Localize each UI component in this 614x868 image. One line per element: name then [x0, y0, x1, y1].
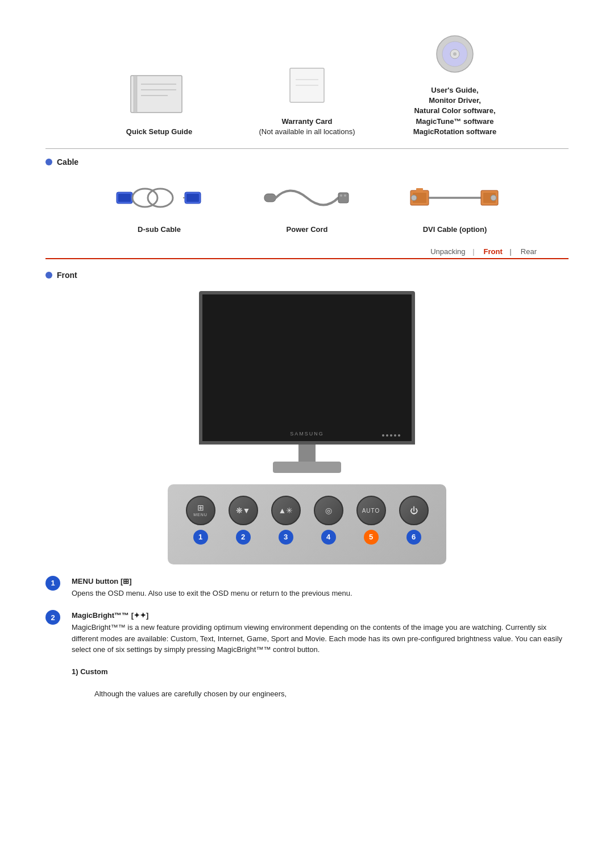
desc-term-1: MENU button [⊞]	[72, 577, 569, 585]
btn-num-1: 1	[193, 530, 208, 545]
desc-item-1: 1 MENU button [⊞] Opens the OSD menu. Al…	[45, 576, 569, 599]
power-button[interactable]: ⏻	[399, 496, 429, 525]
desc-def-2: MagicBright™™ is a new feature providing…	[72, 622, 569, 700]
front-section: Front SAMSUNG	[45, 271, 569, 564]
power-cord-label: Power Cord	[287, 225, 328, 234]
dsub-cable-label: D-sub Cable	[138, 225, 181, 234]
svg-point-15	[148, 189, 173, 207]
power-cord-item: Power Cord	[250, 175, 364, 234]
desc-content-1: MENU button [⊞] Opens the OSD menu. Also…	[72, 576, 569, 599]
magicbright-button[interactable]: ❋▼	[229, 496, 258, 525]
button-panel: ⊞ MENU 1 ❋▼ 2 ▲✳ 3	[168, 484, 446, 564]
dvi-cable-label: DVI Cable (option)	[423, 225, 487, 234]
monitor-dots	[382, 434, 400, 437]
svg-point-23	[344, 194, 346, 197]
dvi-cable-icon	[409, 175, 500, 221]
svg-point-22	[340, 194, 342, 197]
monitor-screen: SAMSUNG	[199, 291, 415, 445]
cable-section-title: Cable	[45, 157, 569, 167]
front-bullet	[45, 272, 52, 279]
dot-5	[398, 434, 400, 437]
cable-section: Cable	[45, 157, 569, 234]
item-warranty-card: Warranty Card (Not available in all loca…	[250, 60, 364, 137]
input-icon: ◎	[325, 506, 332, 514]
quick-setup-guide-icon	[125, 70, 193, 121]
ctrl-btn-2: ❋▼ 2	[229, 496, 258, 545]
menu-button[interactable]: ⊞ MENU	[186, 496, 215, 525]
button-row: ⊞ MENU 1 ❋▼ 2 ▲✳ 3	[179, 496, 435, 545]
ctrl-btn-4: ◎ 4	[314, 496, 343, 545]
dsub-cable-item: D-sub Cable	[102, 175, 216, 234]
dot-2	[386, 434, 388, 437]
top-items-row: Quick Setup Guide Warranty Card (Not ava…	[45, 17, 569, 143]
dot-1	[382, 434, 384, 437]
monitor-illustration: SAMSUNG	[188, 291, 426, 473]
cable-bullet	[45, 159, 52, 165]
svg-point-11	[453, 52, 457, 56]
power-cord-icon	[262, 175, 352, 221]
auto-button[interactable]: AUTO	[356, 496, 386, 525]
desc-item-2: 2 MagicBright™™ [✦✦] MagicBright™™ is a …	[45, 610, 569, 700]
desc-num-1: 1	[45, 576, 60, 591]
monitor-brand: SAMSUNG	[290, 431, 324, 437]
ctrl-btn-5: AUTO 5	[356, 496, 386, 545]
dot-3	[390, 434, 392, 437]
front-section-title: Front	[45, 271, 569, 280]
item-quick-setup-guide: Quick Setup Guide	[102, 70, 216, 137]
top-divider	[45, 148, 569, 149]
btn-num-6: 6	[406, 530, 421, 545]
svg-rect-1	[134, 76, 137, 113]
svg-rect-0	[131, 76, 182, 113]
magicbright-icon: ❋▼	[236, 506, 251, 514]
desc-num-2: 2	[45, 610, 60, 625]
auto-label: AUTO	[362, 508, 380, 514]
svg-rect-21	[338, 193, 349, 203]
dvi-cable-item: DVI Cable (option)	[398, 175, 512, 234]
cd-software-icon	[426, 28, 483, 80]
svg-rect-26	[416, 188, 423, 193]
brightness-button[interactable]: ▲✳	[271, 496, 301, 525]
desc-term-2: MagicBright™™ [✦✦]	[72, 611, 569, 620]
ctrl-btn-3: ▲✳ 3	[271, 496, 301, 545]
monitor-base	[273, 462, 341, 473]
brightness-icon: ▲✳	[279, 506, 293, 514]
desc-def-1: Opens the OSD menu. Also use to exit the…	[72, 588, 569, 599]
cd-software-label: User's Guide, Monitor Driver, Natural Co…	[413, 85, 497, 137]
dsub-cable-icon	[114, 175, 205, 221]
warranty-card-icon	[279, 60, 335, 111]
btn-num-2: 2	[236, 530, 251, 545]
monitor-neck	[298, 445, 316, 462]
warranty-card-label: Warranty Card (Not available in all loca…	[259, 117, 355, 137]
btn-num-3: 3	[279, 530, 293, 545]
svg-rect-20	[264, 194, 276, 202]
desc-content-2: MagicBright™™ [✦✦] MagicBright™™ is a ne…	[72, 610, 569, 700]
btn-num-4: 4	[321, 530, 336, 545]
menu-label: MENU	[193, 513, 208, 517]
tab-front[interactable]: Front	[475, 245, 512, 258]
dot-4	[394, 434, 396, 437]
tab-rear[interactable]: Rear	[512, 245, 546, 258]
input-button[interactable]: ◎	[314, 496, 343, 525]
page-container: Quick Setup Guide Warranty Card (Not ava…	[0, 0, 614, 728]
cable-items-row: D-sub Cable Power Cord	[45, 175, 569, 234]
nav-tabs: Unpacking Front Rear	[45, 245, 569, 259]
svg-rect-13	[118, 194, 131, 202]
ctrl-btn-1: ⊞ MENU 1	[186, 496, 215, 545]
btn-num-5: 5	[364, 530, 379, 545]
quick-setup-guide-label: Quick Setup Guide	[126, 127, 192, 137]
svg-rect-17	[186, 194, 199, 202]
description-list: 1 MENU button [⊞] Opens the OSD menu. Al…	[45, 576, 569, 700]
menu-icon: ⊞	[197, 504, 204, 512]
tab-unpacking[interactable]: Unpacking	[421, 245, 474, 258]
power-icon: ⏻	[410, 506, 418, 514]
svg-point-30	[491, 195, 496, 201]
ctrl-btn-6: ⏻ 6	[399, 496, 429, 545]
svg-point-14	[132, 189, 157, 207]
item-cd-software: User's Guide, Monitor Driver, Natural Co…	[398, 28, 512, 137]
svg-point-29	[411, 195, 417, 201]
